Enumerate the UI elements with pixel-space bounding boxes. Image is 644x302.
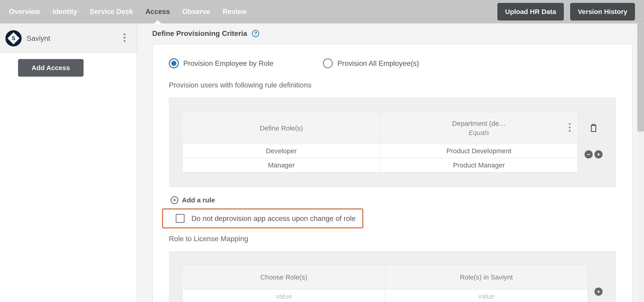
topnav-actions: Upload HR Data Version History	[498, 3, 635, 21]
version-history-button[interactable]: Version History	[570, 3, 635, 21]
cell-dept[interactable]: Product Development	[380, 144, 578, 158]
rule-subtext: Provision users with following rule defi…	[169, 81, 616, 89]
rule-header-department[interactable]: Department (de… Equals	[380, 112, 578, 144]
tab-service-desk[interactable]: Service Desk	[90, 0, 133, 24]
top-navigation: Overview Identity Service Desk Access Ob…	[0, 0, 644, 24]
remove-row-icon[interactable]: −	[584, 150, 593, 158]
table-row: Developer Product Development	[182, 144, 578, 158]
app-kebab-icon[interactable]	[121, 31, 128, 46]
scrollbar-thumb[interactable]	[637, 24, 644, 132]
add-access-button[interactable]: Add Access	[18, 59, 84, 77]
delete-rule-icon[interactable]	[588, 121, 600, 136]
column-kebab-icon[interactable]	[568, 123, 571, 133]
cell-role[interactable]: Developer	[182, 144, 380, 158]
radio-label: Provision Employee by Role	[183, 59, 273, 68]
tab-identity[interactable]: Identity	[52, 0, 77, 24]
svg-point-1	[124, 37, 126, 39]
tab-observe[interactable]: Observe	[182, 0, 210, 24]
radio-label: Provision All Employee(s)	[337, 59, 419, 68]
radio-group: Provision Employee by Role Provision All…	[169, 58, 616, 68]
help-icon[interactable]: ?	[252, 30, 259, 37]
rule-block: Define Role(s) Department (de… Equals	[169, 97, 616, 187]
app-logo-letter: S	[12, 35, 15, 42]
section-header: Define Provisioning Criteria ?	[152, 29, 633, 38]
main-content: Define Provisioning Criteria ? Provision…	[137, 24, 644, 302]
section-title: Define Provisioning Criteria	[152, 29, 247, 38]
cell-role-in-app[interactable]: value	[385, 289, 588, 302]
app-name: Saviynt	[26, 34, 116, 43]
mapping-table: Choose Role(s) Role(s) in Saviynt value …	[182, 265, 588, 302]
add-rule-label: Add a rule	[182, 196, 215, 204]
add-mapping-row-icon[interactable]: +	[594, 287, 602, 296]
plus-circle-icon: +	[171, 196, 178, 204]
tab-access[interactable]: Access	[146, 0, 170, 24]
deprovision-checkbox-row: Do not deprovision app access upon chang…	[162, 208, 363, 228]
app-logo: S	[6, 30, 22, 47]
radio-provision-by-role[interactable]: Provision Employee by Role	[169, 58, 273, 68]
svg-point-4	[569, 126, 570, 128]
mapping-section-title: Role to License Mapping	[169, 235, 616, 243]
deprovision-checkbox-label: Do not deprovision app access upon chang…	[192, 214, 356, 223]
radio-icon	[169, 58, 179, 68]
svg-point-0	[124, 33, 126, 35]
svg-point-5	[569, 130, 570, 132]
sidebar-app-row: S Saviynt	[0, 24, 137, 53]
mapping-block: Choose Role(s) Role(s) in Saviynt value …	[169, 251, 616, 302]
topnav-tabs: Overview Identity Service Desk Access Ob…	[9, 0, 498, 24]
add-rule-button[interactable]: + Add a rule	[169, 196, 616, 204]
rule-table: Define Role(s) Department (de… Equals	[182, 112, 578, 172]
radio-icon	[323, 58, 333, 68]
cell-dept[interactable]: Product Manager	[380, 158, 578, 172]
cell-choose-role[interactable]: value	[182, 289, 385, 302]
table-row: value value	[182, 289, 588, 302]
add-row-icon[interactable]: +	[594, 150, 602, 158]
map-header-choose-roles[interactable]: Choose Role(s)	[182, 265, 385, 289]
sidebar: S Saviynt Add Access	[0, 24, 137, 302]
table-row: Manager Product Manager	[182, 158, 578, 172]
tab-review[interactable]: Review	[223, 0, 247, 24]
rule-header-dept-text: Department (de…	[452, 120, 506, 127]
svg-point-2	[124, 40, 126, 42]
map-header-roles-in-app[interactable]: Role(s) in Saviynt	[385, 265, 588, 289]
svg-point-3	[569, 123, 570, 125]
cell-role[interactable]: Manager	[182, 158, 380, 172]
deprovision-checkbox[interactable]	[176, 214, 185, 223]
tab-overview[interactable]: Overview	[9, 0, 40, 24]
provisioning-card: Provision Employee by Role Provision All…	[152, 44, 633, 302]
radio-provision-all[interactable]: Provision All Employee(s)	[323, 58, 419, 68]
scrollbar[interactable]	[637, 24, 644, 302]
rule-header-dept-sub: Equals	[468, 129, 489, 136]
rule-header-roles[interactable]: Define Role(s)	[182, 112, 380, 144]
upload-hr-data-button[interactable]: Upload HR Data	[498, 3, 564, 21]
